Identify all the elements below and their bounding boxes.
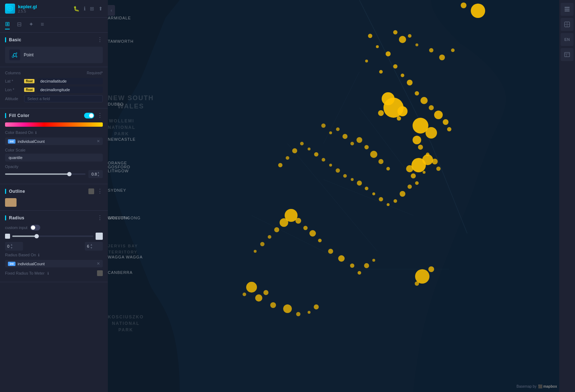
color-scale-select[interactable]: quantile (5, 154, 103, 162)
opacity-arrows[interactable]: ▲ ▼ (97, 171, 100, 177)
svg-point-46 (387, 203, 390, 206)
color-based-info-icon[interactable]: ℹ (35, 131, 37, 135)
svg-point-52 (343, 174, 347, 178)
radius-slider[interactable] (12, 235, 93, 237)
opacity-slider-thumb[interactable] (67, 172, 72, 176)
svg-point-76 (364, 263, 369, 268)
svg-point-38 (432, 159, 438, 164)
radius-max-icon (96, 233, 103, 240)
tab-interactions[interactable]: ✦ (29, 21, 33, 29)
info-icon[interactable]: ℹ (84, 6, 86, 11)
outline-header: Outline ⋮ (5, 188, 103, 195)
radius-based-label: Radius Based On (5, 253, 36, 257)
tab-filters[interactable]: ⊟ (17, 21, 22, 29)
svg-point-98 (308, 311, 310, 314)
svg-point-68 (274, 227, 279, 232)
radius-more-btn[interactable]: ⋮ (97, 214, 103, 221)
tab-map[interactable]: ≡ (41, 21, 44, 29)
export-icon[interactable]: ⬆ (98, 6, 103, 11)
app-name: kepler.gl (18, 4, 37, 9)
outline-more-btn[interactable]: ⋮ (97, 188, 103, 195)
svg-point-85 (350, 142, 354, 145)
svg-point-71 (254, 250, 257, 253)
basic-title-row: Basic (5, 37, 22, 42)
svg-point-78 (415, 269, 429, 284)
fill-color-toggle[interactable] (84, 113, 94, 118)
svg-point-90 (386, 167, 390, 171)
rt-map-btn[interactable] (561, 18, 574, 31)
tab-layers[interactable]: ⊞ (5, 20, 10, 29)
bug-icon[interactable]: 🐛 (73, 6, 79, 11)
rt-language-btn[interactable]: EN (561, 33, 574, 46)
svg-rect-115 (565, 10, 570, 11)
radius-section: Radius ⋮ custom input 0 ▲▼ (0, 211, 108, 282)
header-icons: 🐛 ℹ ⊞ ⬆ (73, 6, 103, 11)
radius-max-arrows[interactable]: ▲▼ (90, 243, 93, 249)
outline-color-swatch[interactable] (88, 188, 94, 194)
radius-field-close[interactable]: ✕ (97, 261, 100, 266)
map-attribution: Basemap by ⬛ mapbox (516, 384, 557, 388)
basic-section-header: Basic ⋮ (5, 36, 103, 43)
svg-point-82 (329, 131, 332, 134)
svg-point-95 (270, 302, 276, 308)
svg-point-88 (370, 151, 377, 158)
svg-point-81 (321, 123, 326, 128)
columns-section: Columns Required* Lat * float decimallat… (0, 67, 108, 108)
radius-field-tag[interactable]: int individualCount ✕ (5, 260, 103, 267)
altitude-select[interactable]: Select a field (24, 95, 103, 102)
svg-point-41 (411, 173, 416, 178)
radius-min-input[interactable]: 0 ▲▼ (5, 242, 23, 251)
lon-value[interactable]: decimallongitude (37, 87, 103, 93)
opacity-slider-fill (5, 173, 69, 175)
svg-point-87 (364, 145, 369, 149)
custom-input-toggle[interactable] (30, 225, 40, 230)
layer-point[interactable]: Point (5, 47, 103, 63)
fill-color-more-btn[interactable]: ⋮ (97, 112, 103, 119)
basic-more-btn[interactable]: ⋮ (97, 36, 103, 43)
database-icon[interactable]: ⊞ (90, 6, 94, 11)
app-logo: kepler.gl 2.5.5 (5, 4, 37, 14)
svg-point-12 (426, 127, 437, 139)
color-field-close[interactable]: ✕ (97, 139, 100, 144)
radius-slider-fill (12, 235, 37, 237)
svg-point-33 (434, 111, 443, 119)
lat-value[interactable]: decimallatitude (37, 78, 103, 84)
radius-field-name: individualCount (18, 262, 95, 266)
rt-data-table-btn[interactable] (561, 48, 574, 61)
radius-max-input[interactable]: 6 ▲▼ (85, 242, 103, 251)
svg-point-100 (393, 30, 397, 34)
fixed-radius-info[interactable]: ℹ (47, 271, 49, 275)
svg-point-83 (336, 127, 340, 131)
layer-name: Point (24, 52, 33, 57)
map-container[interactable]: Armidale Tamworth Dubbo Orange Newcastle… (108, 0, 575, 392)
svg-point-61 (278, 163, 282, 167)
fill-color-toggle-thumb (89, 113, 93, 118)
opacity-value[interactable]: 0.8 ▲ ▼ (88, 170, 103, 178)
sidebar: kepler.gl 2.5.5 🐛 ℹ ⊞ ⬆ ⊞ ⊟ ✦ ≡ Basic ⋮ (0, 0, 108, 392)
fill-color-title: Fill Color (9, 113, 29, 118)
svg-point-21 (461, 3, 466, 8)
rt-layers-btn[interactable] (561, 3, 574, 16)
collapse-sidebar-btn[interactable]: ‹ (108, 5, 115, 16)
svg-point-112 (16, 56, 17, 57)
radius-based-info-icon[interactable]: ℹ (38, 253, 40, 257)
svg-point-74 (350, 263, 354, 268)
radius-num-row: 0 ▲▼ 6 ▲▼ (5, 242, 103, 251)
svg-point-19 (406, 165, 413, 172)
svg-point-93 (263, 290, 268, 295)
radius-slider-thumb[interactable] (34, 234, 39, 238)
svg-point-103 (415, 43, 418, 46)
fill-color-controls: ⋮ (84, 112, 103, 119)
color-gradient-bar[interactable] (5, 122, 103, 127)
outline-swatch[interactable] (5, 198, 17, 207)
svg-marker-108 (9, 7, 12, 10)
svg-rect-113 (565, 7, 570, 8)
svg-point-34 (443, 119, 448, 125)
fixed-radius-toggle[interactable] (97, 270, 103, 276)
svg-point-63 (280, 218, 288, 227)
opacity-slider[interactable] (5, 173, 86, 175)
radius-min-arrows[interactable]: ▲▼ (10, 243, 13, 249)
svg-point-111 (16, 52, 17, 54)
color-field-tag[interactable]: int individualCount ✕ (5, 137, 103, 145)
radius-field-type: int (8, 262, 15, 266)
